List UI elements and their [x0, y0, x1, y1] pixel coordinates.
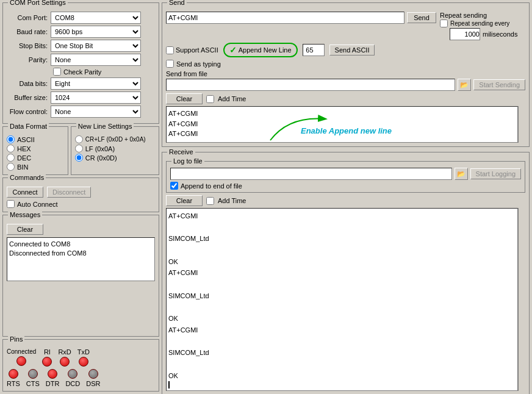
stop-bits-select[interactable]: One Stop Bit	[51, 40, 141, 52]
ms-label: miliseconds	[483, 30, 517, 38]
new-line-group: CR+LF (0x0D + 0x0A) LF (0x0A) CR (0x0D)	[75, 135, 155, 162]
parity-label: Parity:	[7, 56, 51, 63]
receive-log-line	[168, 222, 516, 234]
hex-radio[interactable]	[7, 145, 15, 152]
com-port-select[interactable]: COM8	[51, 12, 141, 24]
disconnect-button[interactable]: Disconnect	[47, 187, 91, 198]
data-format-title: Data Format	[8, 123, 49, 130]
baud-rate-label: Baud rate:	[7, 28, 51, 35]
receive-add-time-checkbox[interactable]	[206, 197, 214, 205]
pins-row-2: RTS CTS DTR DCD DSR	[7, 369, 155, 387]
pin-dcd-label: DCD	[65, 380, 80, 387]
pin-dtr-label: DTR	[46, 380, 60, 387]
lf-radio[interactable]	[75, 145, 83, 152]
flow-control-select[interactable]: None	[51, 106, 141, 118]
send-clear-button[interactable]: Clear	[166, 93, 203, 104]
receive-log-line	[168, 359, 516, 370]
send-add-time-label: Add Time	[218, 95, 246, 102]
pin-txd-led	[79, 357, 88, 367]
cursor	[168, 381, 170, 389]
ascii-label: ASCII	[17, 136, 35, 143]
repeat-every-checkbox[interactable]	[440, 20, 448, 27]
buffer-size-select[interactable]: 1024	[51, 91, 141, 104]
log-file-input[interactable]	[170, 168, 452, 180]
receive-log-area: AT+CGMI SIMCOM_Ltd OK AT+CGMI SIMCOM_Ltd…	[166, 208, 518, 391]
send-scrollbar[interactable]	[518, 106, 525, 143]
com-port-label: Com Port:	[7, 14, 51, 21]
log-to-file-title: Log to file	[171, 157, 204, 165]
log-file-browse-button[interactable]: 📂	[455, 168, 468, 180]
send-file-input[interactable]	[166, 79, 455, 91]
dec-label: DEC	[17, 154, 31, 162]
receive-scrollbar[interactable]	[518, 208, 525, 391]
bin-label: BIN	[17, 163, 28, 171]
ascii-radio[interactable]	[7, 135, 15, 143]
receive-log-line	[168, 302, 516, 313]
data-bits-select[interactable]: Eight	[51, 77, 141, 90]
receive-clear-button[interactable]: Clear	[166, 195, 203, 206]
start-logging-button[interactable]: Start Logging	[470, 168, 521, 179]
ms-input[interactable]: 1000	[450, 28, 480, 40]
connect-button[interactable]: Connect	[7, 187, 43, 198]
receive-log-line: OK	[168, 256, 516, 268]
enable-append-text: Enable Append new line	[301, 125, 392, 137]
flow-control-label: Flow control:	[7, 108, 51, 115]
crlf-label: CR+LF (0x0D + 0x0A)	[85, 136, 146, 143]
pin-connected-label: Connected	[7, 348, 36, 355]
pin-dtr-led	[48, 369, 57, 379]
check-parity-checkbox[interactable]	[53, 68, 61, 76]
support-ascii-checkbox[interactable]	[166, 46, 174, 54]
start-sending-button[interactable]: Start Sending	[473, 79, 525, 90]
baud-rate-select[interactable]: 9600 bps	[51, 26, 141, 38]
checkmark-icon: ✓	[229, 45, 237, 55]
repeat-every-label: Repeat sending every	[450, 20, 509, 27]
receive-log-line	[168, 336, 516, 348]
send-as-typing-checkbox[interactable]	[166, 60, 174, 68]
ascii-number-input[interactable]	[303, 44, 325, 56]
pin-ri-label: RI	[44, 348, 51, 356]
append-to-file-checkbox[interactable]	[170, 182, 178, 190]
send-file-browse-button[interactable]: 📂	[458, 79, 471, 91]
receive-add-time-label: Add Time	[218, 197, 246, 204]
crlf-radio[interactable]	[75, 135, 83, 143]
cr-radio[interactable]	[75, 154, 83, 162]
pin-dsr-led	[88, 369, 98, 379]
auto-connect-checkbox[interactable]	[7, 200, 15, 208]
pins-title: Pins	[8, 335, 24, 343]
send-input[interactable]: AT+CGMI	[166, 12, 404, 24]
send-log-line: AT+CGMI	[168, 109, 516, 119]
receive-title: Receive	[167, 148, 195, 156]
cursor-line	[168, 381, 516, 389]
receive-log-line: SIMCOM_Ltd	[168, 290, 516, 302]
receive-log-line: SIMCOM_Ltd	[168, 233, 516, 245]
com-port-title: COM Port Settings	[8, 0, 68, 6]
receive-log-line: SIMCOM_Ltd	[168, 347, 516, 359]
pin-cts-label: CTS	[26, 380, 40, 387]
send-ascii-button[interactable]: Send ASCII	[329, 45, 375, 56]
check-parity-label: Check Parity	[63, 68, 101, 76]
stop-bits-label: Stop Bits:	[7, 42, 51, 49]
pin-rxd-led	[60, 357, 70, 367]
receive-log-line	[168, 245, 516, 256]
bin-radio[interactable]	[7, 163, 15, 171]
lf-label: LF (0x0A)	[85, 145, 115, 152]
receive-log-line: AT+CGMI	[168, 210, 516, 222]
pin-dsr-label: DSR	[86, 380, 100, 387]
cr-label: CR (0x0D)	[85, 154, 117, 162]
dec-radio[interactable]	[7, 154, 15, 162]
send-button[interactable]: Send	[407, 12, 436, 23]
receive-log-line: AT+CGMI	[168, 267, 516, 279]
receive-log-line: OK	[168, 313, 516, 324]
messages-clear-button[interactable]: Clear	[7, 224, 43, 235]
pin-ri-led	[42, 357, 52, 367]
pin-rts-label: RTS	[7, 380, 20, 387]
buffer-size-label: Buffer size:	[7, 94, 51, 101]
hex-label: HEX	[17, 145, 31, 152]
parity-select[interactable]: None	[51, 54, 141, 66]
auto-connect-label: Auto Connect	[17, 201, 58, 208]
repeat-sending-title: Repeat sending	[440, 12, 525, 19]
send-add-time-checkbox[interactable]	[206, 95, 214, 103]
data-bits-label: Data bits:	[7, 80, 51, 87]
send-from-file-label: Send from file	[166, 70, 207, 77]
messages-content: Connected to COM8 Disconnected from COM8	[7, 237, 155, 281]
